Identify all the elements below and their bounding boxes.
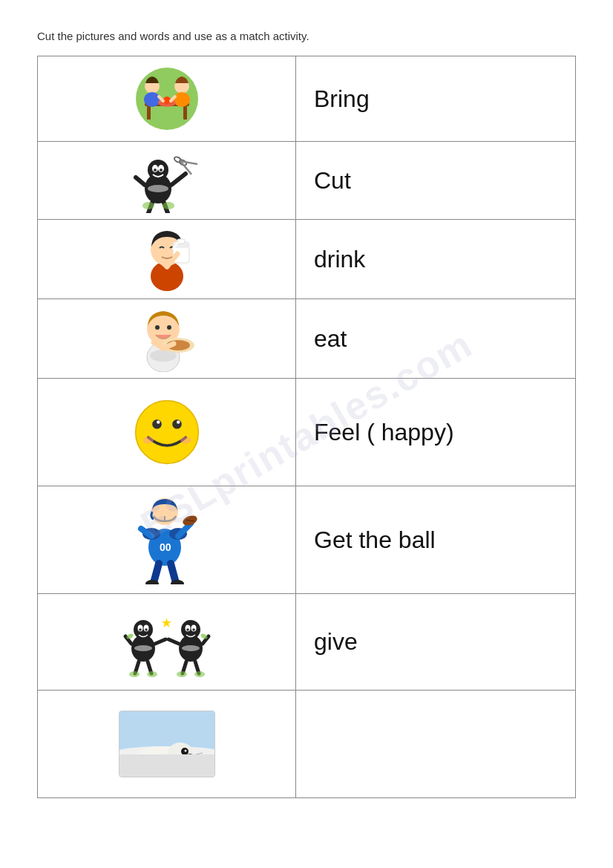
svg-point-51 xyxy=(180,437,191,443)
word-cell-last xyxy=(296,691,576,798)
match-table: Bring xyxy=(37,56,576,798)
svg-point-72 xyxy=(145,628,148,631)
svg-point-78 xyxy=(147,671,157,677)
word-label-happy: Feel ( happy) xyxy=(314,419,454,446)
table-row: Feel ( happy) xyxy=(38,379,576,486)
table-row xyxy=(38,691,576,798)
picture-cell-give xyxy=(38,594,296,691)
svg-point-7 xyxy=(174,92,190,107)
word-label-eat: eat xyxy=(314,325,347,352)
svg-line-87 xyxy=(168,639,179,644)
svg-point-107 xyxy=(160,764,186,777)
picture-cell-bring xyxy=(38,56,296,142)
eat-illustration xyxy=(128,305,206,372)
svg-rect-33 xyxy=(177,239,185,244)
svg-line-23 xyxy=(180,156,197,169)
word-label-cut: Cut xyxy=(314,167,351,194)
svg-point-99 xyxy=(167,743,194,766)
cut-illustration xyxy=(130,148,204,213)
svg-point-86 xyxy=(192,628,195,631)
svg-point-13 xyxy=(148,185,168,192)
svg-line-20 xyxy=(171,174,186,185)
svg-point-47 xyxy=(172,420,182,429)
word-cell-eat: eat xyxy=(296,299,576,379)
picture-cell-drink xyxy=(38,220,296,299)
svg-rect-2 xyxy=(147,106,151,120)
svg-point-50 xyxy=(142,437,153,443)
bring-illustration xyxy=(126,64,208,134)
svg-point-92 xyxy=(194,671,205,677)
picture-cell-eat xyxy=(38,299,296,379)
svg-point-40 xyxy=(167,325,171,330)
seal-illustration xyxy=(119,711,215,777)
table-row: Cut xyxy=(38,142,576,220)
seal-photo xyxy=(119,711,215,777)
svg-point-45 xyxy=(135,401,198,464)
table-row: give xyxy=(38,594,576,691)
svg-point-27 xyxy=(142,202,154,209)
happy-illustration xyxy=(134,399,200,466)
svg-point-70 xyxy=(139,628,142,631)
svg-line-74 xyxy=(155,639,165,644)
word-cell-bring: Bring xyxy=(296,56,576,142)
svg-point-81 xyxy=(182,645,200,651)
svg-text:00: 00 xyxy=(160,541,171,553)
drink-illustration xyxy=(130,226,204,293)
svg-point-101 xyxy=(184,750,186,752)
svg-marker-79 xyxy=(161,618,171,627)
table-row: eat xyxy=(38,299,576,379)
table-row: Bring xyxy=(38,56,576,142)
svg-point-106 xyxy=(128,757,148,772)
svg-point-28 xyxy=(163,202,174,209)
table-row: drink xyxy=(38,220,576,299)
svg-line-105 xyxy=(190,759,203,762)
word-cell-ball: Get the ball xyxy=(296,486,576,594)
svg-point-16 xyxy=(154,169,157,172)
svg-point-5 xyxy=(144,92,160,107)
svg-rect-3 xyxy=(183,106,187,120)
svg-line-19 xyxy=(136,177,145,185)
instruction-text: Cut the pictures and words and use as a … xyxy=(37,30,576,42)
svg-point-102 xyxy=(187,754,193,758)
svg-point-84 xyxy=(186,628,189,631)
word-label-drink: drink xyxy=(314,246,365,273)
svg-line-62 xyxy=(154,564,159,583)
svg-point-46 xyxy=(152,420,162,429)
svg-line-63 xyxy=(171,564,176,583)
give-illustration xyxy=(122,605,212,679)
picture-cell-ball: 00 xyxy=(38,486,296,594)
svg-rect-96 xyxy=(119,752,215,777)
picture-cell-happy xyxy=(38,379,296,486)
word-cell-give: give xyxy=(296,594,576,691)
svg-point-39 xyxy=(155,325,160,330)
svg-point-18 xyxy=(160,169,163,172)
svg-point-91 xyxy=(177,671,187,677)
svg-point-48 xyxy=(157,420,160,424)
word-cell-happy: Feel ( happy) xyxy=(296,379,576,486)
svg-point-77 xyxy=(129,671,140,677)
word-cell-drink: drink xyxy=(296,220,576,299)
svg-point-49 xyxy=(177,420,180,424)
picture-cell-cut xyxy=(38,142,296,220)
svg-point-67 xyxy=(134,645,152,651)
ball-illustration: 00 xyxy=(128,495,206,584)
word-label-give: give xyxy=(314,628,358,655)
word-label-bring: Bring xyxy=(314,85,370,112)
word-cell-cut: Cut xyxy=(296,142,576,220)
word-label-ball: Get the ball xyxy=(314,526,436,553)
picture-cell-last xyxy=(38,691,296,798)
table-row: 00 xyxy=(38,486,576,594)
